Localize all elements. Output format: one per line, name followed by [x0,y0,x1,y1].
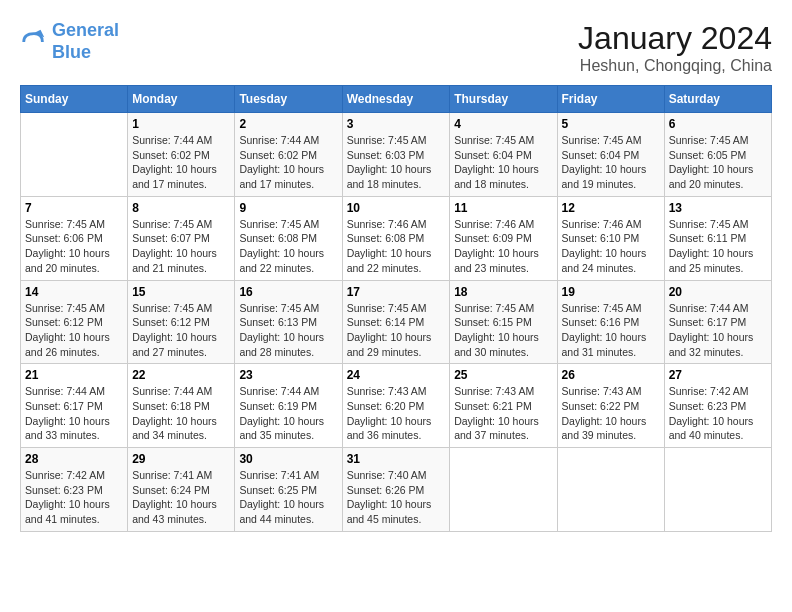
day-info: Sunrise: 7:45 AM Sunset: 6:05 PM Dayligh… [669,133,767,192]
day-number: 11 [454,201,552,215]
day-info: Sunrise: 7:46 AM Sunset: 6:09 PM Dayligh… [454,217,552,276]
col-header-saturday: Saturday [664,86,771,113]
day-number: 26 [562,368,660,382]
calendar-cell: 19Sunrise: 7:45 AM Sunset: 6:16 PM Dayli… [557,280,664,364]
day-number: 14 [25,285,123,299]
day-number: 21 [25,368,123,382]
calendar-week-2: 7Sunrise: 7:45 AM Sunset: 6:06 PM Daylig… [21,196,772,280]
logo: General Blue [20,20,119,63]
col-header-monday: Monday [128,86,235,113]
month-year-title: January 2024 [578,20,772,57]
day-info: Sunrise: 7:44 AM Sunset: 6:17 PM Dayligh… [25,384,123,443]
day-info: Sunrise: 7:45 AM Sunset: 6:14 PM Dayligh… [347,301,446,360]
day-number: 27 [669,368,767,382]
day-number: 15 [132,285,230,299]
day-number: 29 [132,452,230,466]
day-number: 3 [347,117,446,131]
calendar-cell: 11Sunrise: 7:46 AM Sunset: 6:09 PM Dayli… [450,196,557,280]
calendar-cell: 10Sunrise: 7:46 AM Sunset: 6:08 PM Dayli… [342,196,450,280]
day-number: 16 [239,285,337,299]
calendar-body: 1Sunrise: 7:44 AM Sunset: 6:02 PM Daylig… [21,113,772,532]
location-subtitle: Heshun, Chongqing, China [578,57,772,75]
calendar-cell: 4Sunrise: 7:45 AM Sunset: 6:04 PM Daylig… [450,113,557,197]
calendar-cell: 31Sunrise: 7:40 AM Sunset: 6:26 PM Dayli… [342,448,450,532]
day-number: 6 [669,117,767,131]
calendar-cell: 21Sunrise: 7:44 AM Sunset: 6:17 PM Dayli… [21,364,128,448]
day-number: 24 [347,368,446,382]
calendar-cell [664,448,771,532]
day-number: 22 [132,368,230,382]
day-info: Sunrise: 7:44 AM Sunset: 6:17 PM Dayligh… [669,301,767,360]
calendar-cell: 2Sunrise: 7:44 AM Sunset: 6:02 PM Daylig… [235,113,342,197]
day-info: Sunrise: 7:45 AM Sunset: 6:06 PM Dayligh… [25,217,123,276]
calendar-week-4: 21Sunrise: 7:44 AM Sunset: 6:17 PM Dayli… [21,364,772,448]
day-number: 7 [25,201,123,215]
day-info: Sunrise: 7:45 AM Sunset: 6:03 PM Dayligh… [347,133,446,192]
day-number: 18 [454,285,552,299]
day-number: 8 [132,201,230,215]
logo-icon [20,28,48,56]
day-number: 12 [562,201,660,215]
day-info: Sunrise: 7:41 AM Sunset: 6:24 PM Dayligh… [132,468,230,527]
calendar-cell: 12Sunrise: 7:46 AM Sunset: 6:10 PM Dayli… [557,196,664,280]
calendar-cell: 6Sunrise: 7:45 AM Sunset: 6:05 PM Daylig… [664,113,771,197]
calendar-cell: 17Sunrise: 7:45 AM Sunset: 6:14 PM Dayli… [342,280,450,364]
logo-text: General Blue [52,20,119,63]
calendar-cell: 23Sunrise: 7:44 AM Sunset: 6:19 PM Dayli… [235,364,342,448]
day-info: Sunrise: 7:42 AM Sunset: 6:23 PM Dayligh… [669,384,767,443]
calendar-cell: 30Sunrise: 7:41 AM Sunset: 6:25 PM Dayli… [235,448,342,532]
calendar-cell: 13Sunrise: 7:45 AM Sunset: 6:11 PM Dayli… [664,196,771,280]
day-number: 4 [454,117,552,131]
day-number: 13 [669,201,767,215]
day-info: Sunrise: 7:45 AM Sunset: 6:04 PM Dayligh… [562,133,660,192]
calendar-cell: 25Sunrise: 7:43 AM Sunset: 6:21 PM Dayli… [450,364,557,448]
calendar-cell: 24Sunrise: 7:43 AM Sunset: 6:20 PM Dayli… [342,364,450,448]
day-info: Sunrise: 7:45 AM Sunset: 6:12 PM Dayligh… [132,301,230,360]
calendar-cell: 7Sunrise: 7:45 AM Sunset: 6:06 PM Daylig… [21,196,128,280]
calendar-cell: 29Sunrise: 7:41 AM Sunset: 6:24 PM Dayli… [128,448,235,532]
day-info: Sunrise: 7:44 AM Sunset: 6:02 PM Dayligh… [239,133,337,192]
day-number: 10 [347,201,446,215]
day-info: Sunrise: 7:43 AM Sunset: 6:20 PM Dayligh… [347,384,446,443]
calendar-cell: 9Sunrise: 7:45 AM Sunset: 6:08 PM Daylig… [235,196,342,280]
day-info: Sunrise: 7:45 AM Sunset: 6:15 PM Dayligh… [454,301,552,360]
calendar-cell: 3Sunrise: 7:45 AM Sunset: 6:03 PM Daylig… [342,113,450,197]
day-info: Sunrise: 7:44 AM Sunset: 6:02 PM Dayligh… [132,133,230,192]
day-info: Sunrise: 7:45 AM Sunset: 6:13 PM Dayligh… [239,301,337,360]
day-number: 9 [239,201,337,215]
col-header-tuesday: Tuesday [235,86,342,113]
calendar-cell: 5Sunrise: 7:45 AM Sunset: 6:04 PM Daylig… [557,113,664,197]
day-info: Sunrise: 7:44 AM Sunset: 6:19 PM Dayligh… [239,384,337,443]
day-number: 1 [132,117,230,131]
col-header-wednesday: Wednesday [342,86,450,113]
day-info: Sunrise: 7:45 AM Sunset: 6:11 PM Dayligh… [669,217,767,276]
calendar-cell [450,448,557,532]
day-info: Sunrise: 7:45 AM Sunset: 6:08 PM Dayligh… [239,217,337,276]
page-header: General Blue January 2024 Heshun, Chongq… [20,20,772,75]
calendar-header-row: SundayMondayTuesdayWednesdayThursdayFrid… [21,86,772,113]
day-number: 31 [347,452,446,466]
day-info: Sunrise: 7:42 AM Sunset: 6:23 PM Dayligh… [25,468,123,527]
calendar-week-1: 1Sunrise: 7:44 AM Sunset: 6:02 PM Daylig… [21,113,772,197]
day-info: Sunrise: 7:45 AM Sunset: 6:07 PM Dayligh… [132,217,230,276]
day-info: Sunrise: 7:45 AM Sunset: 6:04 PM Dayligh… [454,133,552,192]
day-number: 25 [454,368,552,382]
day-number: 17 [347,285,446,299]
calendar-cell [21,113,128,197]
title-block: January 2024 Heshun, Chongqing, China [578,20,772,75]
day-number: 5 [562,117,660,131]
calendar-week-5: 28Sunrise: 7:42 AM Sunset: 6:23 PM Dayli… [21,448,772,532]
calendar-cell: 22Sunrise: 7:44 AM Sunset: 6:18 PM Dayli… [128,364,235,448]
day-number: 19 [562,285,660,299]
calendar-cell: 20Sunrise: 7:44 AM Sunset: 6:17 PM Dayli… [664,280,771,364]
calendar-cell [557,448,664,532]
day-number: 20 [669,285,767,299]
day-info: Sunrise: 7:46 AM Sunset: 6:10 PM Dayligh… [562,217,660,276]
day-number: 28 [25,452,123,466]
calendar-week-3: 14Sunrise: 7:45 AM Sunset: 6:12 PM Dayli… [21,280,772,364]
day-info: Sunrise: 7:45 AM Sunset: 6:16 PM Dayligh… [562,301,660,360]
col-header-sunday: Sunday [21,86,128,113]
calendar-cell: 27Sunrise: 7:42 AM Sunset: 6:23 PM Dayli… [664,364,771,448]
day-info: Sunrise: 7:43 AM Sunset: 6:21 PM Dayligh… [454,384,552,443]
day-info: Sunrise: 7:46 AM Sunset: 6:08 PM Dayligh… [347,217,446,276]
